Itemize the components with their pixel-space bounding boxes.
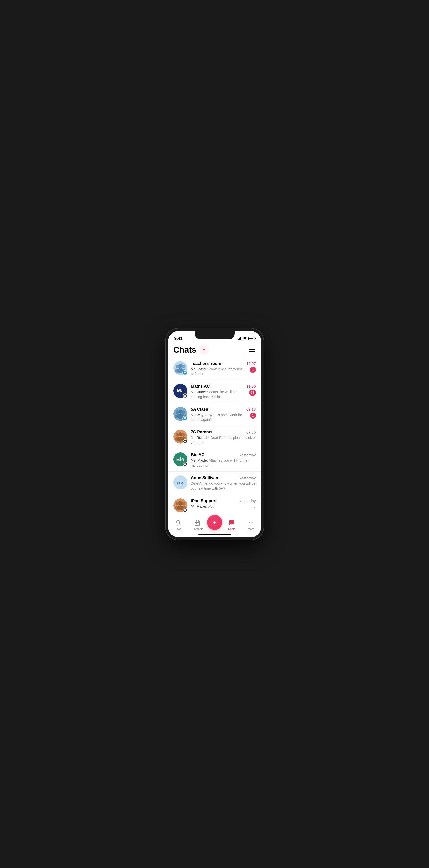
- chat-name: iPad Support: [191, 498, 217, 503]
- tab-chats-label: Chats: [228, 527, 236, 530]
- chat-preview: Mr. Wayne: What's homework for maths aga…: [191, 412, 248, 422]
- chat-preview: Ms. Maple: Attached you will find the ha…: [191, 458, 256, 468]
- svg-point-32: [178, 501, 182, 505]
- chat-header-row: Teachers' room 12:07: [191, 361, 256, 366]
- fab-plus-icon: +: [212, 519, 216, 526]
- chat-preview-row: Ms. June: Seems like we'll be coming bac…: [191, 390, 256, 400]
- tab-more-label: More: [248, 527, 254, 530]
- chat-preview: Mr. Foster: Conference today not before …: [191, 367, 248, 377]
- svg-point-41: [249, 522, 250, 523]
- chat-info: 7C Parents 07:30 Mr. Ricardo: Dear Paren…: [191, 430, 256, 445]
- chat-info: Maths AC 11:30 Ms. June: Seems like we'l…: [191, 384, 256, 400]
- tab-more[interactable]: More: [241, 518, 261, 531]
- chat-sender: Ms. June:: [191, 390, 206, 394]
- chat-info: Bio AC Yesterday Ms. Maple: Attached you…: [191, 453, 256, 468]
- svg-point-42: [251, 522, 252, 523]
- svg-point-35: [185, 510, 185, 510]
- avatar-wrap: Bio: [173, 453, 187, 466]
- avatar-wrap: Ma: [173, 384, 187, 398]
- chat-item-5a-class[interactable]: 5A Class 09:13 Mr. Wayne: What's homewor…: [168, 403, 261, 426]
- lock-badge: [183, 394, 187, 398]
- tab-chats[interactable]: Chats: [222, 518, 242, 531]
- chat-sender: Mr. Wayne:: [191, 413, 208, 417]
- tab-news-label: News: [174, 527, 181, 530]
- chat-time: Yesterday: [239, 476, 256, 480]
- chat-time: Yesterday: [239, 453, 256, 457]
- plus-icon: +: [202, 347, 206, 352]
- svg-point-26: [185, 464, 185, 465]
- signal-icon: [237, 337, 241, 340]
- chat-time: 09:13: [246, 407, 256, 411]
- chat-preview-row: Mr. Ricardo: Dear Parents, please think …: [191, 435, 256, 445]
- chevron-down-icon: ⌄: [253, 504, 256, 509]
- wifi-icon: [243, 337, 247, 340]
- svg-point-8: [185, 396, 185, 396]
- menu-button[interactable]: [248, 347, 256, 352]
- svg-point-24: [185, 442, 185, 442]
- chat-preview-row: Ms. Maple: Attached you will find the ha…: [191, 458, 256, 468]
- chat-sender: Mr. Fisher:: [191, 504, 207, 508]
- avatar-wrap: AS: [173, 475, 187, 489]
- header-left: Chats +: [173, 345, 209, 354]
- chat-info: Anne Sullivan Yesterday Dear Anne, do yo…: [191, 475, 256, 491]
- chat-header-row: Anne Sullivan Yesterday: [191, 475, 256, 480]
- chat-bubble-badge: [182, 416, 187, 421]
- unread-badge: 21: [249, 390, 256, 396]
- avatar-wrap: [173, 407, 187, 421]
- page-title: Chats: [173, 345, 196, 354]
- chat-info: Teachers' room 12:07 Mr. Foster: Confere…: [191, 361, 256, 377]
- chat-preview-row: Mr. Fisher: Poll ⌄: [191, 504, 256, 509]
- home-indicator: [198, 534, 231, 535]
- menu-icon: [249, 348, 255, 348]
- avatar-wrap: [173, 361, 187, 375]
- chat-name: 5A Class: [191, 407, 208, 412]
- chat-info: 5A Class 09:13 Mr. Wayne: What's homewor…: [191, 407, 256, 422]
- svg-rect-36: [195, 521, 200, 525]
- chat-item-7c-parents[interactable]: 7C Parents 07:30 Mr. Ricardo: Dear Paren…: [168, 426, 261, 449]
- status-time: 9:41: [174, 336, 183, 341]
- chat-name: 7C Parents: [191, 430, 213, 435]
- tab-timetable[interactable]: Timetable: [188, 518, 207, 531]
- chat-info: iPad Support Yesterday Mr. Fisher: Poll …: [191, 498, 256, 509]
- chat-header-row: Maths AC 11:30: [191, 384, 256, 389]
- svg-point-43: [252, 522, 253, 523]
- notch: [194, 331, 235, 339]
- chat-header-row: 7C Parents 07:30: [191, 430, 256, 435]
- bell-icon: [174, 519, 181, 526]
- avatar-wrap: [173, 430, 187, 444]
- dots-icon: [248, 519, 255, 526]
- battery-icon: [248, 337, 255, 340]
- chat-header-row: Bio AC Yesterday: [191, 453, 256, 458]
- chat-name: Anne Sullivan: [191, 475, 218, 480]
- chat-preview-row: Mr. Wayne: What's homework for maths aga…: [191, 412, 256, 422]
- fab-button[interactable]: +: [207, 515, 222, 530]
- chat-preview: Mr. Ricardo: Dear Parents, please think …: [191, 435, 256, 445]
- svg-point-22: [177, 437, 184, 442]
- phone-frame: 9:41 Chats +: [166, 328, 264, 540]
- chat-name: Bio AC: [191, 453, 205, 458]
- chat-preview: Mr. Fisher: Poll: [191, 504, 214, 509]
- unread-badge: 2: [250, 412, 256, 418]
- chat-item-bio-ac[interactable]: Bio Bio AC Yesterday Ms. Maple: Attached…: [168, 449, 261, 472]
- chat-item-ipad-support[interactable]: iPad Support Yesterday Mr. Fisher: Poll …: [168, 495, 261, 515]
- lock-badge: [183, 462, 187, 466]
- add-chat-button[interactable]: +: [199, 345, 209, 354]
- svg-point-14: [178, 409, 182, 413]
- app-header: Chats +: [168, 343, 261, 358]
- chat-icon: [228, 519, 235, 526]
- chat-sender: Ms. Maple:: [191, 459, 208, 462]
- chat-time: 07:30: [246, 430, 256, 434]
- chat-preview-row: Dear Anne, do you know when you will be …: [191, 481, 256, 491]
- status-icons: [237, 337, 255, 340]
- chat-item-anne-sullivan[interactable]: AS Anne Sullivan Yesterday Dear Anne, do…: [168, 472, 261, 495]
- lock-badge: [183, 439, 187, 444]
- chat-sender: Mr. Ricardo:: [191, 436, 210, 440]
- chat-preview-row: Mr. Foster: Conference today not before …: [191, 367, 256, 377]
- tab-timetable-label: Timetable: [191, 527, 203, 530]
- tab-news[interactable]: News: [168, 518, 188, 531]
- lock-badge: [183, 508, 187, 513]
- chat-header-row: 5A Class 09:13: [191, 407, 256, 412]
- chat-item-teachers-room[interactable]: Teachers' room 12:07 Mr. Foster: Confere…: [168, 358, 261, 380]
- svg-point-40: [196, 523, 196, 524]
- chat-item-maths-ac[interactable]: Ma Maths AC 11:30 Ms. June: Seems like w…: [168, 380, 261, 403]
